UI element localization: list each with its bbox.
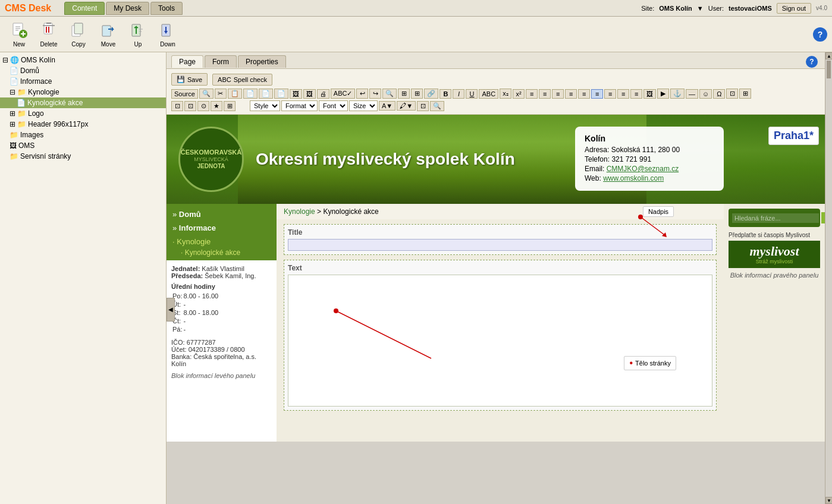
star-button[interactable]: ★ — [211, 101, 222, 111]
iframe-button[interactable]: ⊡ — [726, 89, 738, 99]
smiley-button[interactable]: ☺ — [699, 89, 712, 99]
format3-button[interactable]: ⊡ — [417, 101, 429, 111]
breadcrumb-kynologie[interactable]: Kynologie — [284, 207, 315, 216]
search-input[interactable] — [732, 213, 819, 223]
tab-properties[interactable]: Properties — [238, 55, 286, 68]
indent-button[interactable]: ≡ — [552, 89, 564, 99]
source-button[interactable]: Source — [171, 89, 198, 99]
style-select[interactable]: Style — [250, 100, 280, 111]
site-dropdown-icon[interactable]: ▼ — [697, 5, 704, 12]
align-left[interactable]: ≡ — [591, 89, 603, 99]
save-button[interactable]: 💾 Save — [171, 73, 208, 86]
img3-button[interactable]: 🖼 — [643, 89, 656, 99]
copy-button[interactable]: Copy — [64, 18, 93, 50]
cut-button[interactable]: ✂ — [215, 89, 227, 99]
tree-item-kynologicke-akce[interactable]: 📄 Kynologické akce — [0, 97, 166, 108]
plus-button[interactable]: ⊞ — [224, 101, 236, 111]
nav-kynologicke-akce[interactable]: · Kynologické akce — [171, 248, 272, 257]
table-button[interactable]: ⊞ — [411, 89, 423, 99]
blockquote-button[interactable]: ≡ — [578, 89, 590, 99]
sub-button[interactable]: x₂ — [500, 89, 511, 99]
block2-button[interactable]: ⊡ — [184, 101, 196, 111]
tree-item-kynologie[interactable]: ⊟ 📁 Kynologie — [0, 87, 166, 97]
tree-item-oms-kolin[interactable]: ⊟ 🌐 OMS Kolín — [0, 55, 166, 65]
spell-check-button[interactable]: ABC Spell check — [212, 74, 272, 86]
align-justify[interactable]: ≡ — [630, 89, 642, 99]
special-button[interactable]: Ω — [713, 89, 725, 99]
format-select[interactable]: Format — [281, 100, 318, 111]
up-button[interactable]: Up — [124, 18, 152, 50]
zoom-button[interactable]: 🔍 — [430, 101, 444, 111]
tab-form[interactable]: Form — [205, 55, 237, 68]
block3-button[interactable]: ⊙ — [197, 101, 209, 111]
undo-button[interactable]: ↩ — [356, 89, 368, 99]
paste-word-button[interactable]: 📄 — [274, 89, 288, 99]
nav-kynologie[interactable]: · Kynologie — [171, 235, 272, 248]
tab-tools[interactable]: Tools — [150, 2, 183, 15]
block1-button[interactable]: ⊡ — [171, 101, 183, 111]
bold-button[interactable]: B — [439, 89, 451, 99]
magnify-button[interactable]: 🔍 — [199, 89, 214, 99]
textcolor-button[interactable]: A▼ — [379, 101, 395, 111]
nav-domu[interactable]: » Domů — [171, 207, 272, 221]
help-icon[interactable]: ? — [813, 27, 827, 42]
paste-text-button[interactable]: 📄 — [259, 89, 273, 99]
media-button[interactable]: ▶ — [657, 89, 669, 99]
spellchk-button[interactable]: ABC✓ — [331, 89, 356, 99]
redo-button[interactable]: ↪ — [369, 89, 381, 99]
tab-page[interactable]: Page — [171, 55, 203, 68]
link-button[interactable]: 🔗 — [424, 89, 438, 99]
img-button[interactable]: 🖼 — [290, 89, 302, 99]
abc-button[interactable]: ABC — [479, 89, 498, 99]
text-editor-area[interactable]: • Tělo stránky — [288, 275, 712, 407]
underline-button[interactable]: U — [466, 89, 478, 99]
tree-item-servisni[interactable]: 📁 Servisní stránky — [0, 151, 166, 162]
nav-informace-link[interactable]: Informace — [179, 223, 216, 232]
ul-button[interactable]: ≡ — [539, 89, 551, 99]
tree-item-images[interactable]: 📁 Images — [0, 130, 166, 140]
print-button[interactable]: 🖨 — [317, 89, 329, 99]
ol-button[interactable]: ≡ — [526, 89, 538, 99]
tab-content[interactable]: Content — [64, 2, 105, 15]
new-button[interactable]: New — [5, 18, 33, 50]
delete-button[interactable]: Delete — [34, 18, 63, 50]
nav-informace[interactable]: » Informace — [171, 221, 272, 235]
down-button[interactable]: Down — [153, 18, 182, 50]
size-select[interactable]: Size — [349, 100, 378, 111]
align-right[interactable]: ≡ — [617, 89, 629, 99]
outdent-button[interactable]: ≡ — [565, 89, 577, 99]
sign-out-button[interactable]: Sign out — [777, 3, 811, 14]
tree-item-domu[interactable]: 📄 Domů — [0, 65, 166, 76]
sidebar-collapse-button[interactable]: ◀ — [167, 298, 175, 322]
move-button[interactable]: Move — [94, 18, 123, 50]
sup-button[interactable]: x² — [513, 89, 525, 99]
scroll-up-arrow[interactable]: ▲ — [825, 52, 832, 59]
scroll-down-arrow[interactable]: ▼ — [825, 497, 832, 504]
copy-btn2[interactable]: 📋 — [228, 89, 242, 99]
italic-button[interactable]: I — [453, 89, 464, 99]
bgcolor-button[interactable]: 🖍▼ — [397, 101, 416, 111]
font-select[interactable]: Font — [319, 100, 348, 111]
tree-item-logo[interactable]: ⊞ 📁 Logo — [0, 108, 166, 119]
right-scrollbar[interactable]: ▲ ▼ — [825, 52, 832, 504]
web-link[interactable]: www.omskolin.com — [603, 174, 664, 182]
tree-item-header[interactable]: ⊞ 📁 Header 996x117px — [0, 119, 166, 130]
tree-item-oms[interactable]: 🖼 OMS — [0, 140, 166, 151]
title-input-area[interactable] — [288, 239, 712, 251]
img2-button[interactable]: 🖼 — [303, 89, 316, 99]
help-tab-icon[interactable]: ? — [806, 56, 818, 68]
nav-domu-link[interactable]: Domů — [179, 210, 201, 219]
align-center[interactable]: ≡ — [604, 89, 616, 99]
paste-button[interactable]: 📄 — [243, 89, 258, 99]
selectall-button[interactable]: ⊞ — [398, 89, 410, 99]
tab-mydesk[interactable]: My Desk — [106, 2, 149, 15]
anchor-button[interactable]: ⚓ — [670, 89, 685, 99]
hr-button[interactable]: — — [686, 89, 698, 99]
tree-item-informace[interactable]: 📄 Informace — [0, 76, 166, 87]
hours-row-pa: Pá: - — [172, 326, 218, 333]
search-go-button[interactable]: ▶ — [821, 212, 825, 223]
templates-button[interactable]: ⊞ — [739, 89, 751, 99]
scroll-thumb[interactable] — [827, 61, 831, 78]
find-button[interactable]: 🔍 — [382, 89, 397, 99]
nav-akce-link[interactable]: Kynologické akce — [185, 248, 240, 257]
